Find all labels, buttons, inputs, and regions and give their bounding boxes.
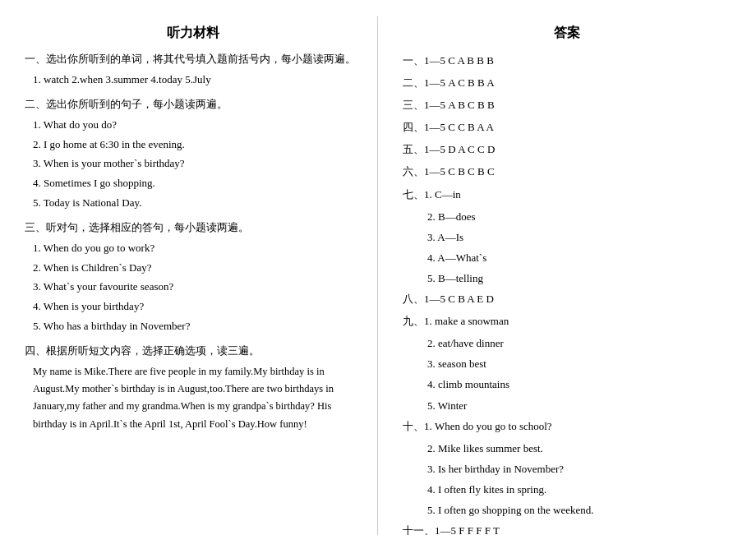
answer-row: 五、1—5 D A C C D xyxy=(403,141,731,159)
list-item: 2. I go home at 6:30 in the evening. xyxy=(33,136,361,154)
section4-heading: 四、根据所听短文内容，选择正确选项，读三遍。 xyxy=(25,344,361,358)
answer-row: 七、1. C—in xyxy=(403,186,731,204)
list-item: 2. When is Children`s Day? xyxy=(33,260,361,277)
page-container: 听力材料 一、选出你所听到的单词，将其代号填入题前括号内，每小题读两遍。 1. … xyxy=(0,0,756,535)
right-panel: 答案 一、1—5 C A B B B 二、1—5 A C B B A 三、1—5… xyxy=(378,16,756,535)
list-item: 5. Today is National Day. xyxy=(33,195,361,212)
answer-row: 二、1—5 A C B B A xyxy=(403,74,731,92)
answer-row: 三、1—5 A B C B B xyxy=(403,96,731,114)
answer-row: 5. Winter xyxy=(427,397,731,415)
answer-row: 2. B—does xyxy=(427,208,731,226)
list-item: 1. When do you go to work? xyxy=(33,240,361,257)
list-item: 3. What`s your favourite season? xyxy=(33,279,361,296)
answer-row: 一、1—5 C A B B B xyxy=(403,52,731,70)
answer-row: 4. A—What`s xyxy=(427,249,731,267)
answer-row: 六、1—5 C B C B C xyxy=(403,163,731,181)
left-title: 听力材料 xyxy=(25,25,361,42)
answer-row: 十、1. When do you go to school? xyxy=(403,417,731,436)
answer-row: 四、1—5 C C B A A xyxy=(403,118,731,136)
left-panel: 听力材料 一、选出你所听到的单词，将其代号填入题前括号内，每小题读两遍。 1. … xyxy=(0,16,378,535)
list-item: 1. watch 2.when 3.summer 4.today 5.July xyxy=(33,71,361,89)
list-item: 4. When is your birthday? xyxy=(33,298,361,316)
answer-row: 2. Mike likes summer best. xyxy=(427,440,731,458)
list-item: 1. What do you do? xyxy=(33,117,361,134)
section1-items: 1. watch 2.when 3.summer 4.today 5.July xyxy=(33,71,361,89)
section1-heading: 一、选出你所听到的单词，将其代号填入题前括号内，每小题读两遍。 xyxy=(25,52,361,67)
answer-row: 5. B—telling xyxy=(427,270,731,288)
section2-items: 1. What do you do? 2. I go home at 6:30 … xyxy=(33,117,361,212)
answer-row: 3. Is her birthday in November? xyxy=(427,460,731,478)
answer-row: 4. climb mountains xyxy=(427,376,731,394)
answer-row: 3. A—Is xyxy=(427,228,731,247)
section3-heading: 三、听对句，选择相应的答句，每小题读两遍。 xyxy=(25,220,361,235)
list-item: 3. When is your mother`s birthday? xyxy=(33,155,361,173)
answer-row: 九、1. make a snowman xyxy=(403,312,731,330)
answer-row: 3. season best xyxy=(427,355,731,373)
answer-row: 八、1—5 C B A E D xyxy=(403,290,731,308)
answer-row: 十一、1—5 F F F F T xyxy=(403,522,731,535)
list-item: 5. Who has a birthday in November? xyxy=(33,318,361,335)
answer-row: 5. I often go shopping on the weekend. xyxy=(427,501,731,519)
answer-row: 4. I often fly kites in spring. xyxy=(427,481,731,499)
section3-items: 1. When do you go to work? 2. When is Ch… xyxy=(33,240,361,335)
answer-row: 2. eat/have dinner xyxy=(427,334,731,353)
list-item: 4. Sometimes I go shopping. xyxy=(33,175,361,192)
section2-heading: 二、选出你所听到的句子，每小题读两遍。 xyxy=(25,97,361,112)
section4-paragraph: My name is Mike.There are five people in… xyxy=(33,363,361,433)
right-title: 答案 xyxy=(403,25,731,42)
